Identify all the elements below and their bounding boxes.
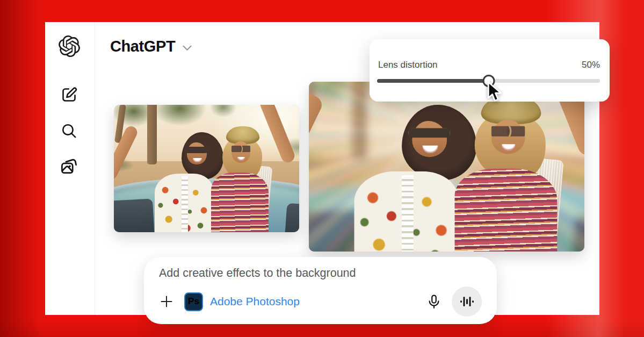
mic-icon[interactable] xyxy=(425,293,443,310)
lens-distortion-label: Lens distortion xyxy=(378,60,438,70)
photoshop-app-name: Adobe Photoshop xyxy=(210,295,300,308)
photo-subjects xyxy=(309,82,584,252)
library-icon[interactable] xyxy=(60,157,78,176)
openai-logo-icon xyxy=(59,35,80,57)
sidebar-divider xyxy=(95,22,95,315)
new-chat-icon[interactable] xyxy=(60,86,78,104)
slider-thumb[interactable] xyxy=(482,75,495,87)
voice-mode-button[interactable] xyxy=(452,286,482,317)
original-photo[interactable] xyxy=(114,105,299,232)
prompt-input[interactable]: Add creative effects to the background xyxy=(159,266,482,281)
adobe-photoshop-chip[interactable]: Ps Adobe Photoshop xyxy=(184,292,300,311)
slider-fill xyxy=(377,79,489,83)
photoshop-logo-icon: Ps xyxy=(184,292,203,311)
page-title: ChatGPT xyxy=(110,38,175,55)
chevron-down-icon xyxy=(183,45,192,51)
marketing-frame: ChatGPT xyxy=(0,0,644,337)
photo-subjects xyxy=(114,105,299,232)
distorted-photo[interactable] xyxy=(309,82,584,252)
search-icon[interactable] xyxy=(60,122,78,140)
photo-scene xyxy=(114,105,299,232)
photo-scene xyxy=(309,82,584,252)
plus-icon[interactable] xyxy=(159,294,174,309)
lens-distortion-slider[interactable] xyxy=(377,77,600,84)
lens-distortion-value: 50% xyxy=(582,60,600,70)
lens-distortion-panel: Lens distortion 50% xyxy=(370,39,610,102)
model-picker-button[interactable]: ChatGPT xyxy=(110,38,192,55)
composer: Add creative effects to the background P… xyxy=(144,257,497,324)
voice-mode-icon xyxy=(460,295,474,308)
